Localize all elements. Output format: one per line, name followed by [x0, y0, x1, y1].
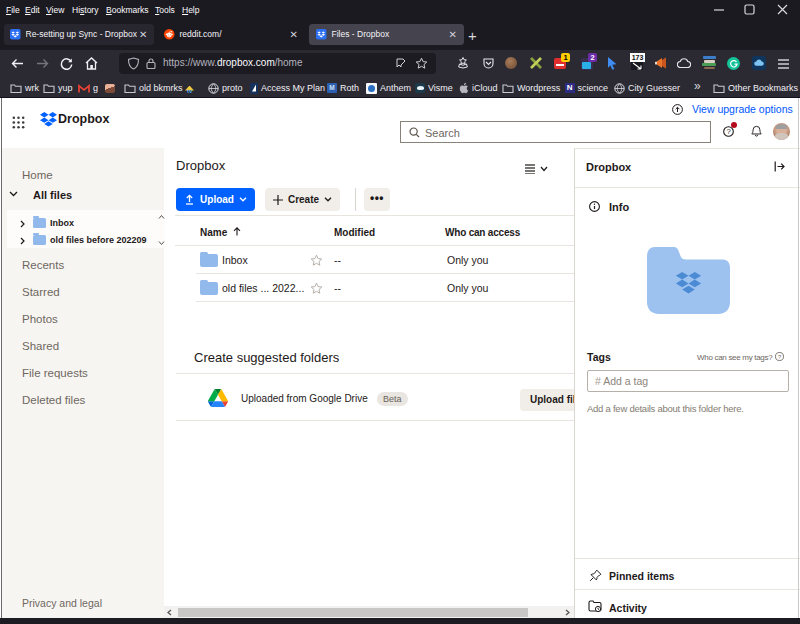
svg-text:?: ? [778, 354, 781, 360]
svg-text:?: ? [726, 127, 730, 136]
